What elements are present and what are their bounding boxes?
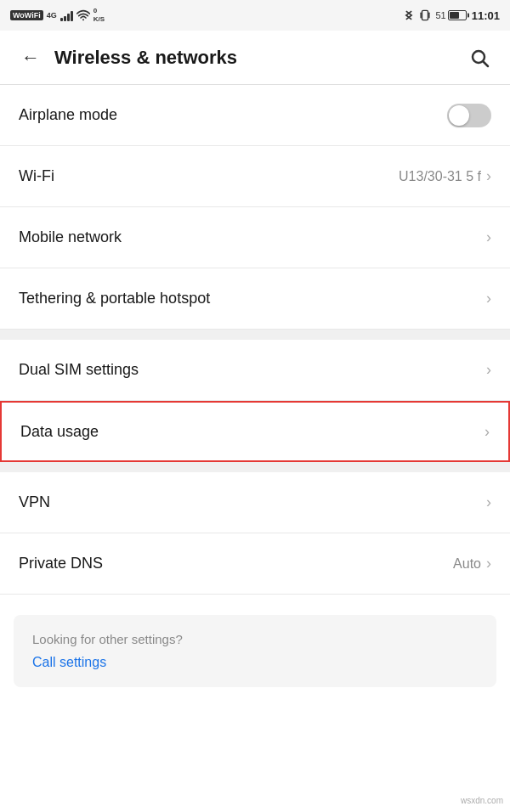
status-time: 11:01 bbox=[472, 9, 500, 22]
app-bar: ← Wireless & networks bbox=[0, 31, 510, 85]
dual-sim-label: Dual SIM settings bbox=[19, 361, 139, 379]
back-arrow-icon: ← bbox=[21, 47, 40, 69]
status-right: 51 11:01 bbox=[404, 8, 501, 22]
dual-sim-right: › bbox=[486, 361, 491, 379]
other-settings-text: Looking for other settings? bbox=[32, 632, 478, 646]
private-dns-right: Auto › bbox=[453, 555, 491, 572]
data-usage-label: Data usage bbox=[20, 423, 99, 441]
other-settings-card: Looking for other settings? Call setting… bbox=[14, 615, 496, 687]
bluetooth-icon bbox=[404, 8, 414, 22]
mobile-network-label: Mobile network bbox=[19, 228, 122, 246]
settings-group-3: VPN › Private DNS Auto › bbox=[0, 472, 510, 595]
mobile-network-right: › bbox=[486, 228, 491, 246]
search-button[interactable] bbox=[462, 41, 496, 75]
page-title: Wireless & networks bbox=[54, 47, 462, 69]
settings-item-airplane-mode[interactable]: Airplane mode bbox=[0, 85, 510, 146]
private-dns-value: Auto bbox=[453, 556, 481, 572]
data-usage-right: › bbox=[484, 423, 490, 441]
settings-group-2: Dual SIM settings › Data usage › bbox=[0, 340, 510, 462]
vpn-label: VPN bbox=[19, 493, 50, 511]
section-divider-2 bbox=[0, 462, 510, 472]
svg-rect-3 bbox=[428, 13, 429, 19]
settings-item-mobile-network[interactable]: Mobile network › bbox=[0, 207, 510, 268]
airplane-mode-toggle[interactable] bbox=[447, 104, 491, 127]
data-usage-chevron-icon: › bbox=[484, 423, 490, 441]
wifi-icon bbox=[76, 9, 90, 21]
status-bar: WoWiFi 4G 0 K/S 51 bbox=[0, 0, 510, 31]
private-dns-label: Private DNS bbox=[19, 555, 103, 572]
tethering-label: Tethering & portable hotspot bbox=[19, 290, 210, 307]
vpn-right: › bbox=[486, 493, 491, 511]
airplane-mode-right bbox=[447, 104, 491, 127]
call-settings-link[interactable]: Call settings bbox=[32, 655, 478, 670]
wifi-right: U13/30-31 5 f › bbox=[399, 167, 491, 185]
dual-sim-chevron-icon: › bbox=[486, 361, 491, 379]
airplane-mode-label: Airplane mode bbox=[19, 106, 117, 124]
svg-line-5 bbox=[484, 61, 489, 66]
private-dns-chevron-icon: › bbox=[486, 555, 491, 572]
vibrate-icon bbox=[419, 8, 431, 22]
settings-item-dual-sim[interactable]: Dual SIM settings › bbox=[0, 340, 510, 401]
settings-item-tethering[interactable]: Tethering & portable hotspot › bbox=[0, 268, 510, 330]
mobile-network-chevron-icon: › bbox=[486, 228, 491, 246]
battery-fill bbox=[450, 12, 459, 19]
settings-item-private-dns[interactable]: Private DNS Auto › bbox=[0, 533, 510, 595]
battery-box bbox=[448, 10, 467, 20]
speed-info: 0 K/S bbox=[94, 7, 105, 23]
settings-item-vpn[interactable]: VPN › bbox=[0, 472, 510, 533]
wifi-chevron-icon: › bbox=[486, 167, 491, 185]
svg-rect-2 bbox=[420, 13, 421, 19]
signal-bars bbox=[60, 9, 73, 21]
settings-item-wifi[interactable]: Wi-Fi U13/30-31 5 f › bbox=[0, 146, 510, 207]
wifi-value: U13/30-31 5 f bbox=[399, 169, 481, 184]
search-icon bbox=[469, 48, 490, 68]
watermark: wsxdn.com bbox=[461, 796, 503, 805]
tethering-right: › bbox=[486, 290, 491, 307]
vpn-chevron-icon: › bbox=[486, 493, 491, 511]
svg-rect-1 bbox=[422, 10, 428, 20]
status-left: WoWiFi 4G 0 K/S bbox=[10, 7, 105, 23]
svg-point-0 bbox=[82, 19, 84, 20]
back-button[interactable]: ← bbox=[14, 41, 48, 75]
settings-group-1: Airplane mode Wi-Fi U13/30-31 5 f › Mobi… bbox=[0, 85, 510, 330]
tethering-chevron-icon: › bbox=[486, 290, 491, 307]
section-divider-1 bbox=[0, 330, 510, 340]
network-type: 4G bbox=[47, 11, 57, 20]
battery-indicator: 51 bbox=[436, 10, 467, 20]
wowifi-badge: WoWiFi bbox=[10, 10, 43, 20]
settings-item-data-usage[interactable]: Data usage › bbox=[0, 401, 510, 462]
wifi-label: Wi-Fi bbox=[19, 167, 54, 185]
